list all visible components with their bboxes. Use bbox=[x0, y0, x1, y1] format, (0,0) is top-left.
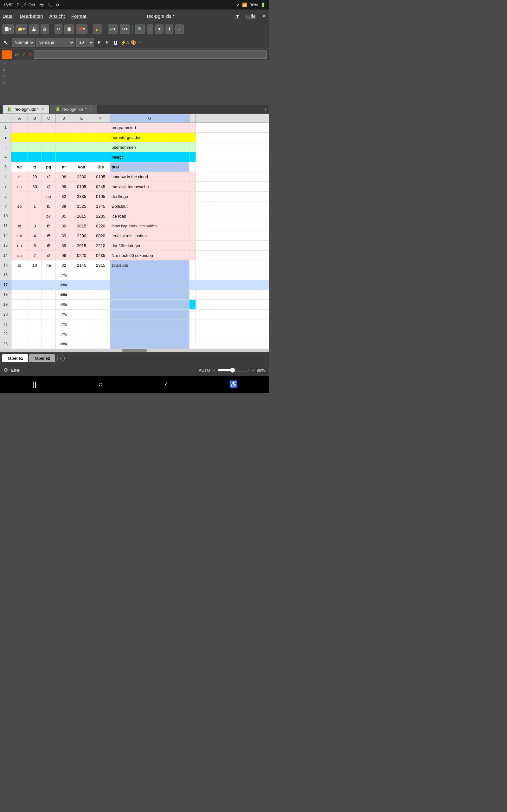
redo-dropdown[interactable]: ▾ bbox=[125, 27, 128, 32]
cell-g21[interactable] bbox=[110, 319, 189, 329]
cell-b8[interactable] bbox=[28, 192, 42, 201]
cell-e17[interactable] bbox=[72, 280, 91, 290]
cell-b14[interactable]: 7 bbox=[28, 251, 42, 260]
bold-button[interactable]: F bbox=[96, 39, 102, 46]
cell-c5[interactable]: pg bbox=[42, 162, 56, 171]
cell-a14[interactable]: sa bbox=[11, 251, 28, 260]
cell-g18[interactable] bbox=[110, 290, 189, 299]
cell-f4[interactable] bbox=[91, 152, 110, 162]
tab-1-close[interactable]: ✕ bbox=[41, 107, 44, 112]
zoom-button[interactable]: 🔍 bbox=[135, 24, 145, 34]
nav-home-button[interactable]: ○ bbox=[99, 380, 103, 389]
zoom-slider[interactable] bbox=[217, 368, 249, 373]
cell-d20[interactable]: ### bbox=[56, 310, 72, 319]
cell-f3[interactable] bbox=[91, 142, 110, 152]
cell-b18[interactable] bbox=[28, 290, 42, 299]
cell-b23[interactable] bbox=[28, 339, 42, 349]
cell-c1[interactable] bbox=[42, 123, 56, 132]
cell-c9[interactable]: t5 bbox=[42, 201, 56, 211]
cell-g19[interactable] bbox=[110, 300, 189, 309]
cell-g17[interactable] bbox=[110, 280, 189, 290]
cell-c4[interactable] bbox=[42, 152, 56, 162]
cell-e13[interactable]: 2015 bbox=[72, 241, 91, 250]
cell-e15[interactable]: 2145 bbox=[72, 260, 91, 270]
cell-f1[interactable] bbox=[91, 123, 110, 132]
cell-b2[interactable] bbox=[28, 133, 42, 142]
cell-a16[interactable] bbox=[11, 270, 28, 280]
tab-scroll-icon[interactable]: / bbox=[265, 107, 266, 113]
cell-g23[interactable] bbox=[110, 339, 189, 349]
cell-e7[interactable]: 0105 bbox=[72, 182, 91, 191]
cell-g13[interactable]: der 13te krieger bbox=[110, 241, 189, 250]
cell-e10[interactable]: 2015 bbox=[72, 211, 91, 221]
cell-a11[interactable]: di bbox=[11, 221, 28, 231]
cell-f8[interactable]: 0105 bbox=[91, 192, 110, 201]
cell-f16[interactable] bbox=[91, 270, 110, 280]
cell-b16[interactable] bbox=[28, 270, 42, 280]
cell-c2[interactable] bbox=[42, 133, 56, 142]
zoom-plus-button[interactable]: + bbox=[251, 368, 254, 373]
cell-g20[interactable] bbox=[110, 310, 189, 319]
sheet-tab-tabelle2[interactable]: Tabelle2 bbox=[29, 354, 55, 362]
cell-d11[interactable]: 39 bbox=[56, 221, 72, 231]
cell-g3[interactable]: übernommen bbox=[110, 142, 189, 152]
cell-e8[interactable]: 2335 bbox=[72, 192, 91, 201]
cell-f5[interactable]: Bis bbox=[91, 162, 110, 171]
cell-e14[interactable]: 0220 bbox=[72, 251, 91, 260]
filter-button[interactable]: ▼ bbox=[155, 24, 164, 34]
cell-d1[interactable] bbox=[56, 123, 72, 132]
cell-c21[interactable] bbox=[42, 319, 56, 329]
cell-b10[interactable] bbox=[28, 211, 42, 221]
cell-d12[interactable]: 39 bbox=[56, 231, 72, 241]
cell-d7[interactable]: 06 bbox=[56, 182, 72, 191]
cell-g5[interactable]: titei bbox=[110, 162, 189, 171]
cell-d3[interactable] bbox=[56, 142, 72, 152]
cell-e21[interactable] bbox=[72, 319, 91, 329]
cell-g2[interactable]: heruntergeladen bbox=[110, 133, 189, 142]
cell-f23[interactable] bbox=[91, 339, 110, 349]
cell-c10[interactable]: p7 bbox=[42, 211, 56, 221]
cell-g9[interactable]: wolfsblut bbox=[110, 201, 189, 211]
cell-g16[interactable] bbox=[110, 270, 189, 280]
sheet-tab-tabelle1[interactable]: Tabelle1 bbox=[2, 354, 28, 362]
more-style-icon[interactable]: ⋯ bbox=[138, 40, 143, 45]
nav-accessibility-button[interactable]: ♿ bbox=[229, 380, 238, 389]
cell-e12[interactable]: 2200 bbox=[72, 231, 91, 241]
redo-button[interactable]: ↪▾ bbox=[120, 24, 130, 34]
cell-b6[interactable]: 29 bbox=[28, 172, 42, 182]
cell-e20[interactable] bbox=[72, 310, 91, 319]
formula-confirm-button[interactable]: ✓ bbox=[22, 51, 26, 57]
cell-e6[interactable]: 2330 bbox=[72, 172, 91, 182]
cell-f22[interactable] bbox=[91, 329, 110, 339]
cell-e22[interactable] bbox=[72, 329, 91, 339]
cell-a4[interactable] bbox=[11, 152, 28, 162]
open-button[interactable]: 📁▾ bbox=[15, 24, 27, 34]
cell-b3[interactable] bbox=[28, 142, 42, 152]
cell-a15[interactable]: di bbox=[11, 260, 28, 270]
undo-dropdown[interactable]: ▾ bbox=[113, 27, 116, 32]
cell-a23[interactable] bbox=[11, 339, 28, 349]
cell-g11[interactable]: foster boy, allein unter wölfen bbox=[110, 221, 189, 231]
cell-e5[interactable]: von bbox=[72, 162, 91, 171]
menu-dropdown-icon[interactable]: ▼ bbox=[235, 13, 240, 19]
cell-g7[interactable]: the vigil, totenwache bbox=[110, 182, 189, 191]
cell-f14[interactable]: 0435 bbox=[91, 251, 110, 260]
save-button[interactable]: 💾 bbox=[29, 24, 39, 34]
cell-c8[interactable]: ne bbox=[42, 192, 56, 201]
cell-b5[interactable]: tt bbox=[28, 162, 42, 171]
cell-g1[interactable]: programmiert bbox=[110, 123, 189, 132]
cell-a17[interactable] bbox=[11, 280, 28, 290]
cell-d9[interactable]: 39 bbox=[56, 201, 72, 211]
cell-g4[interactable]: belegt bbox=[110, 152, 189, 162]
cell-d23[interactable]: ### bbox=[56, 339, 72, 349]
window-close-icon[interactable]: ✕ bbox=[262, 13, 266, 19]
cut-button[interactable]: ✂ bbox=[55, 24, 62, 34]
cell-d15[interactable]: 32 bbox=[56, 260, 72, 270]
sort-asc-button[interactable]: ↕ bbox=[147, 24, 153, 34]
cell-d21[interactable]: ### bbox=[56, 319, 72, 329]
cell-e2[interactable] bbox=[72, 133, 91, 142]
cell-a7[interactable]: sa bbox=[11, 182, 28, 191]
cell-e4[interactable] bbox=[72, 152, 91, 162]
paste-dropdown[interactable]: ▾ bbox=[83, 27, 85, 32]
menu-datei[interactable]: Datei bbox=[3, 13, 14, 19]
